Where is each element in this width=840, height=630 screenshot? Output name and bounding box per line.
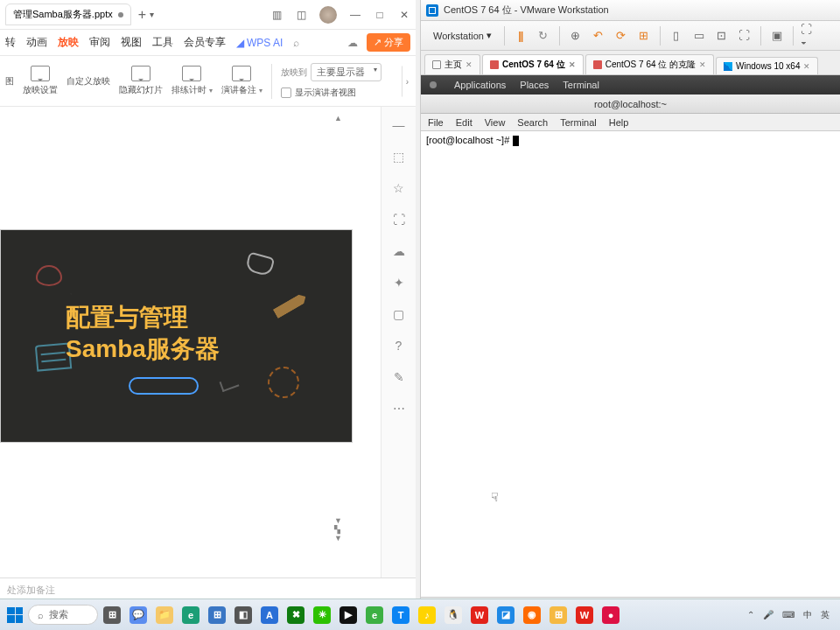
taskbar-app-edge[interactable]: e	[178, 603, 203, 627]
taskbar-app-wps[interactable]: W	[572, 603, 597, 627]
taskbar-app-ie[interactable]: e	[362, 603, 387, 627]
stretch-icon[interactable]: ⛶ ▾	[801, 27, 818, 45]
tray-chevron-icon[interactable]: ⌃	[747, 610, 754, 620]
share-button[interactable]: ↗ 分享	[367, 33, 410, 52]
ribbon-notes[interactable]: 演讲备注 ▾	[221, 66, 262, 96]
taskbar-app-wechat[interactable]: ✳	[310, 603, 334, 627]
term-menu-search[interactable]: Search	[517, 117, 548, 128]
tray-mic-icon[interactable]: 🎤	[763, 610, 774, 620]
slide[interactable]: 配置与管理 Samba服务器	[0, 229, 353, 443]
snapshot-mgr-icon[interactable]: ⊞	[635, 27, 653, 45]
tab-close-icon[interactable]: ✕	[803, 62, 810, 71]
ribbon-play-settings[interactable]: 放映设置	[23, 66, 58, 96]
pause-button[interactable]: ||	[512, 27, 529, 45]
snapshot-icon[interactable]: ⊕	[567, 27, 584, 45]
taskbar-app-app-orange[interactable]: ◉	[520, 603, 544, 627]
vm-tab-windows[interactable]: Windows 10 x64✕	[716, 57, 818, 74]
slide-canvas[interactable]: ▲ 配置与管理 Samba服务器 ▼▚▼	[0, 107, 381, 578]
menu-item[interactable]: 会员专享	[184, 35, 226, 50]
sidebar-tools-icon[interactable]: ✦	[391, 275, 407, 290]
sidebar-more-icon[interactable]: ⋯	[391, 401, 407, 416]
start-button[interactable]	[4, 604, 26, 626]
scroll-up-icon[interactable]: ▲	[334, 114, 342, 122]
ribbon-custom-play[interactable]: 自定义放映	[66, 75, 110, 88]
search-icon[interactable]: ⌕	[293, 37, 299, 49]
taskbar-app-qqmusic[interactable]: ♪	[415, 603, 439, 627]
cube-icon[interactable]: ◫	[295, 9, 307, 21]
sidebar-design-icon[interactable]: ✎	[391, 369, 407, 385]
view-single-icon[interactable]: ▯	[668, 27, 685, 45]
view-multi-icon[interactable]: ▭	[690, 27, 708, 45]
taskbar-app-explorer[interactable]: 📁	[152, 603, 177, 627]
taskbar-app-app-blue2[interactable]: ◪	[494, 603, 518, 627]
taskbar-app-calc[interactable]: ⊞	[546, 603, 570, 627]
term-menu-terminal[interactable]: Terminal	[560, 117, 597, 128]
revert-icon[interactable]: ↶	[590, 27, 607, 45]
scroll-down-icon[interactable]: ▼▚▼	[334, 516, 342, 542]
gnome-menu[interactable]: Applications	[454, 80, 506, 90]
menu-item[interactable]: 转	[5, 35, 16, 50]
console-icon[interactable]: ▣	[768, 27, 786, 45]
ribbon-rehearse[interactable]: 排练计时 ▾	[172, 66, 213, 96]
ribbon-expand-icon[interactable]: ›	[402, 66, 412, 96]
taskbar-app-chat[interactable]: 💬	[126, 603, 150, 627]
layout-icon[interactable]: ▥	[270, 9, 283, 21]
sidebar-star-icon[interactable]: ☆	[391, 180, 407, 196]
taskbar-app-xbox[interactable]: ✖	[284, 603, 308, 627]
ribbon-item[interactable]: 图	[5, 75, 14, 88]
sidebar-help-icon[interactable]: ?	[391, 338, 407, 354]
tab-close-icon[interactable]: ✕	[569, 60, 576, 69]
sidebar-page-icon[interactable]: ▢	[391, 306, 407, 322]
term-menu-view[interactable]: View	[485, 117, 506, 128]
activities-icon[interactable]	[430, 81, 437, 88]
close-button[interactable]: ✕	[398, 9, 410, 21]
sidebar-cloud-icon[interactable]: ☁	[391, 243, 407, 259]
taskbar-app-todesk[interactable]: T	[388, 603, 413, 627]
sidebar-chat-icon[interactable]: ⛶	[391, 212, 407, 228]
gnome-menu[interactable]: Terminal	[563, 80, 599, 90]
view-unity-icon[interactable]: ⊡	[713, 27, 731, 45]
menu-item[interactable]: 视图	[121, 35, 142, 50]
terminal-body[interactable]: [root@localhost ~]# ☟	[421, 131, 840, 597]
tab-close-icon[interactable]: ✕	[466, 60, 472, 69]
menu-item[interactable]: 工具	[152, 35, 173, 50]
taskbar-app-task-view[interactable]: ⊞	[100, 603, 124, 627]
tray-lang[interactable]: 英	[821, 609, 830, 621]
vm-tab-clone[interactable]: CentOS 7 64 位 的克隆✕	[585, 54, 714, 74]
term-menu-edit[interactable]: Edit	[456, 117, 472, 128]
presenter-view-checkbox[interactable]: 显示演讲者视图	[281, 87, 382, 99]
workstation-menu[interactable]: Workstation ▾	[428, 28, 497, 43]
gnome-menu[interactable]: Places	[520, 80, 549, 90]
tray-ime[interactable]: 中	[803, 609, 812, 621]
vm-tab-home[interactable]: 主页✕	[424, 54, 480, 74]
term-menu-file[interactable]: File	[428, 117, 444, 128]
sidebar-select-icon[interactable]: ⬚	[391, 149, 407, 164]
taskbar-app-video[interactable]: ▶	[336, 603, 360, 627]
taskbar-app-wps-red[interactable]: W	[467, 603, 492, 627]
menu-item[interactable]: 审阅	[89, 35, 110, 50]
ribbon-hide-slide[interactable]: 隐藏幻灯片	[119, 66, 163, 96]
document-tab[interactable]: 管理Samba服务器.pptx	[5, 4, 131, 25]
taskbar-app-rec[interactable]: ●	[598, 603, 623, 627]
guest-display[interactable]: Applications Places Terminal root@localh…	[421, 75, 840, 597]
term-menu-help[interactable]: Help	[609, 117, 629, 128]
menu-item[interactable]: 动画	[26, 35, 47, 50]
vm-tab-centos[interactable]: CentOS 7 64 位✕	[482, 54, 584, 74]
user-avatar[interactable]	[319, 6, 337, 24]
menu-item-active[interactable]: 放映	[58, 35, 79, 50]
cloud-icon[interactable]: ☁	[347, 37, 358, 49]
new-tab-button[interactable]: +	[138, 7, 146, 23]
wps-ai-button[interactable]: ◢ WPS AI	[236, 37, 283, 49]
taskbar-app-app-blue[interactable]: A	[257, 603, 282, 627]
taskbar-app-qq[interactable]: 🐧	[441, 603, 466, 627]
view-fullscreen-icon[interactable]: ⛶	[736, 27, 753, 45]
manage-icon[interactable]: ⟳	[612, 27, 630, 45]
power-cycle-icon[interactable]: ↻	[535, 27, 552, 45]
display-select[interactable]: 主要显示器 ▾	[311, 63, 382, 81]
tab-dropdown-icon[interactable]: ▾	[150, 10, 154, 19]
taskbar-search[interactable]: ⌕ 搜索	[28, 605, 98, 625]
maximize-button[interactable]: □	[374, 9, 386, 21]
sidebar-collapse-icon[interactable]: —	[391, 117, 407, 133]
tab-close-icon[interactable]: ✕	[699, 60, 706, 69]
taskbar-app-store[interactable]: ⊞	[205, 603, 229, 627]
